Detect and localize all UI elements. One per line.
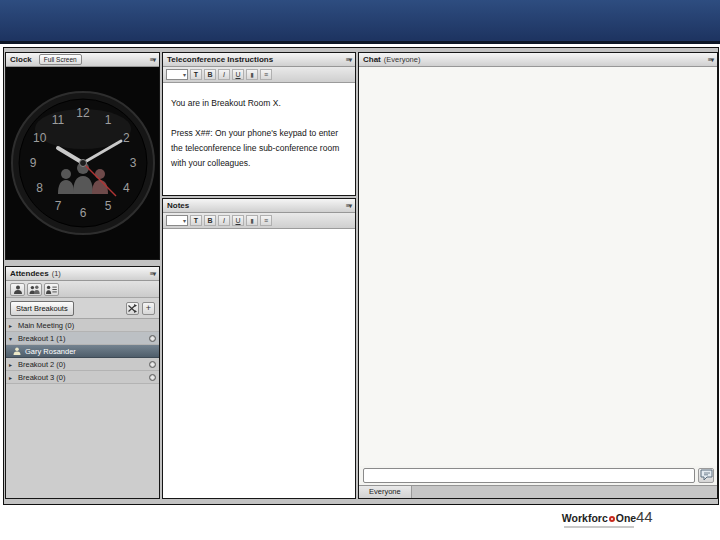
clock-number: 2 (122, 131, 129, 145)
underline-button[interactable]: U (232, 69, 244, 80)
font-size-dropdown[interactable]: ▾ (166, 215, 188, 226)
attendee-row[interactable]: Gary Rosander (6, 345, 159, 358)
full-screen-button[interactable]: Full Screen (39, 54, 82, 65)
teleconference-pod-title: Teleconference Instructions (167, 55, 273, 64)
logo-text-right: One (616, 512, 636, 524)
clock-number: 9 (29, 156, 36, 170)
chevron-down-icon[interactable]: ▾ (9, 335, 17, 342)
underline-button[interactable]: U (232, 215, 244, 226)
highlight-button[interactable]: ▮ (246, 215, 258, 226)
teleconference-instructions-pod: Teleconference Instructions ≡▾ ▾TBIU▮≡ Y… (162, 52, 356, 196)
text-color-button[interactable]: T (190, 69, 202, 80)
two-people-icon (29, 285, 40, 294)
breakout-room-row[interactable]: ▸Breakout 3 (0) (6, 371, 159, 384)
bullet-list-button[interactable]: ≡ (260, 69, 272, 80)
breakout-room-view-button[interactable] (44, 283, 59, 296)
notes-pod: Notes ≡▾ ▾TBIU▮≡ (162, 198, 356, 499)
notes-format-toolbar: ▾TBIU▮≡ (163, 213, 355, 229)
chevron-right-icon[interactable]: ▸ (9, 361, 17, 368)
room-options-icon[interactable] (149, 374, 156, 381)
chat-pod-titlebar[interactable]: Chat (Everyone) ≡▾ (359, 53, 717, 67)
bold-button[interactable]: B (204, 69, 216, 80)
notes-pod-titlebar[interactable]: Notes ≡▾ (163, 199, 355, 213)
tele-format-toolbar: ▾TBIU▮≡ (163, 67, 355, 83)
pod-menu-icon[interactable]: ≡▾ (150, 56, 155, 64)
clock-pod-titlebar[interactable]: Clock Full Screen ≡▾ (6, 53, 159, 67)
attendees-pod: Attendees (1) ≡▾ (5, 266, 160, 499)
teleconference-paragraph: Press X##: On your phone's keypad to ent… (171, 126, 347, 171)
breakout-room-row[interactable]: ▾Breakout 1 (1) (6, 332, 159, 345)
chat-pod: Chat (Everyone) ≡▾ Everyone (358, 52, 718, 499)
breakout-actions: Start Breakouts + (6, 298, 159, 319)
speech-bubble-icon (700, 469, 713, 481)
clock-number: 11 (51, 113, 64, 127)
slide-title-banner (0, 0, 720, 44)
clock-number: 3 (129, 156, 136, 170)
meeting-app-window: Clock Full Screen ≡▾ 121234567891011 (3, 47, 719, 505)
row-label: Main Meeting (0) (18, 321, 74, 330)
breakout-room-list: ▸Main Meeting (0)▾Breakout 1 (1)Gary Ros… (6, 319, 159, 384)
pod-menu-icon[interactable]: ≡▾ (708, 56, 713, 64)
bullet-list-button[interactable]: ≡ (260, 215, 272, 226)
chat-scope-label: (Everyone) (384, 55, 421, 64)
text-color-button[interactable]: T (190, 215, 202, 226)
highlight-button[interactable]: ▮ (246, 69, 258, 80)
person-icon (13, 285, 23, 294)
clock-number: 1 (104, 113, 111, 127)
clock-number: 4 (122, 181, 129, 195)
notes-pod-title: Notes (167, 201, 189, 210)
row-label: Breakout 1 (1) (18, 334, 66, 343)
room-options-icon[interactable] (149, 335, 156, 342)
italic-button[interactable]: I (218, 215, 230, 226)
room-options-icon[interactable] (149, 361, 156, 368)
bold-button[interactable]: B (204, 215, 216, 226)
person-icon (13, 347, 21, 355)
clock-center-cap (79, 160, 86, 167)
clock-number: 7 (54, 199, 61, 213)
teleconference-pod-titlebar[interactable]: Teleconference Instructions ≡▾ (163, 53, 355, 67)
attendee-status-view-button[interactable] (27, 283, 42, 296)
clock-face: 121234567891011 (8, 67, 158, 259)
chat-message-input[interactable] (363, 468, 695, 483)
chat-input-row (363, 467, 714, 483)
rotate-breakouts-button[interactable] (126, 302, 139, 315)
logo-text-left: Workforc (562, 512, 608, 524)
start-breakouts-button[interactable]: Start Breakouts (10, 301, 74, 316)
row-label: Breakout 3 (0) (18, 373, 66, 382)
chat-pod-title: Chat (363, 55, 381, 64)
teleconference-text: You are in Breakout Room X. Press X##: O… (163, 84, 355, 195)
notes-text-area[interactable] (163, 230, 355, 498)
clock-display: 121234567891011 (6, 67, 159, 259)
paragraph-spacer (171, 111, 347, 126)
logo-text: WorkforcOne (556, 512, 642, 524)
font-size-dropdown[interactable]: ▾ (166, 69, 188, 80)
slide-page-number: 44 (636, 508, 653, 525)
chevron-right-icon[interactable]: ▸ (9, 322, 17, 329)
row-label: Gary Rosander (25, 347, 76, 356)
pod-menu-icon[interactable]: ≡▾ (150, 270, 155, 278)
send-message-button[interactable] (698, 468, 714, 483)
pod-menu-icon[interactable]: ≡▾ (346, 56, 351, 64)
attendees-count: (1) (52, 269, 61, 278)
logo-tagline (564, 526, 634, 528)
breakout-room-row[interactable]: ▸Breakout 2 (0) (6, 358, 159, 371)
attendee-list-view-button[interactable] (10, 283, 25, 296)
chevron-right-icon[interactable]: ▸ (9, 374, 17, 381)
clock-pod: Clock Full Screen ≡▾ 121234567891011 (5, 52, 160, 260)
chevron-down-icon: ▾ (183, 71, 186, 78)
clock-pod-title: Clock (10, 55, 32, 64)
clock-number: 10 (33, 131, 47, 145)
italic-button[interactable]: I (218, 69, 230, 80)
attendees-pod-titlebar[interactable]: Attendees (1) ≡▾ (6, 267, 159, 281)
attendees-pod-title: Attendees (10, 269, 49, 278)
attendees-toolbar (6, 281, 159, 298)
person-list-icon (46, 285, 57, 294)
row-label: Breakout 2 (0) (18, 360, 66, 369)
clock-number: 12 (76, 106, 90, 120)
pod-menu-icon[interactable]: ≡▾ (346, 202, 351, 210)
clock-number: 8 (36, 181, 43, 195)
chat-tab-bar: Everyone (359, 485, 717, 498)
tab-everyone[interactable]: Everyone (359, 486, 412, 498)
add-breakout-button[interactable]: + (142, 302, 155, 315)
breakout-room-row[interactable]: ▸Main Meeting (0) (6, 319, 159, 332)
